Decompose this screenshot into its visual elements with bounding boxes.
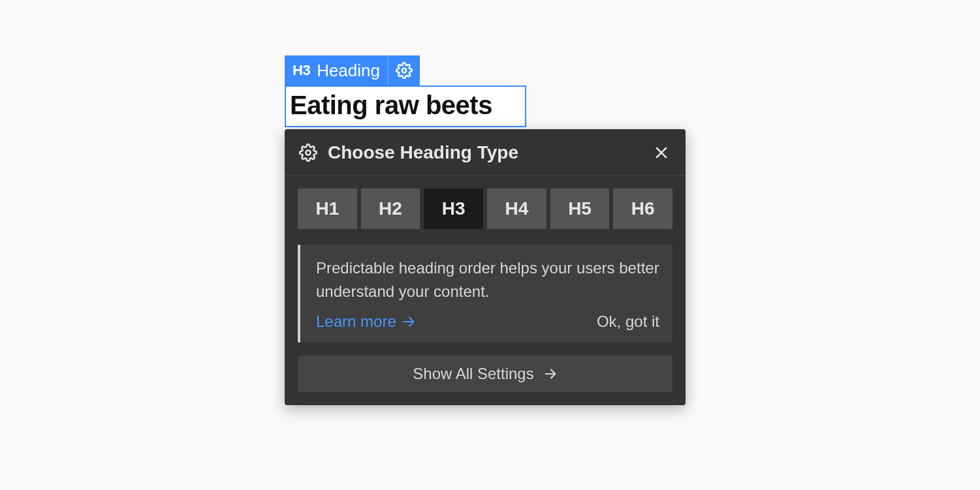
- tip-box: Predictable heading order helps your use…: [298, 245, 672, 343]
- block-tag-main[interactable]: H3 Heading: [285, 55, 388, 85]
- block-tag: H3 Heading: [285, 55, 420, 85]
- heading-type-panel: Choose Heading Type H1H2H3H4H5H6 Predict…: [285, 129, 686, 405]
- show-all-settings-button[interactable]: Show All Settings: [298, 356, 672, 392]
- close-button[interactable]: [652, 143, 671, 162]
- gear-icon: [396, 62, 413, 79]
- heading-level-h3-button[interactable]: H3: [424, 189, 483, 229]
- block-settings-button[interactable]: [388, 55, 420, 85]
- heading-content: Eating raw beets: [290, 91, 518, 119]
- heading-level-icon: H3: [292, 62, 310, 79]
- heading-level-h1-button[interactable]: H1: [298, 189, 357, 229]
- close-icon: [654, 145, 669, 161]
- heading-content-box[interactable]: Eating raw beets: [285, 85, 526, 127]
- gear-icon: [299, 144, 317, 162]
- svg-point-1: [306, 151, 311, 155]
- heading-level-row: H1H2H3H4H5H6: [298, 189, 672, 229]
- dismiss-button[interactable]: Ok, got it: [597, 313, 659, 331]
- arrow-right-icon: [543, 367, 558, 381]
- heading-block: H3 Heading Eating raw beets: [285, 55, 526, 127]
- heading-level-h2-button[interactable]: H2: [361, 189, 420, 229]
- heading-level-h4-button[interactable]: H4: [487, 189, 546, 229]
- panel-header: Choose Heading Type: [285, 129, 686, 176]
- learn-more-label: Learn more: [316, 313, 396, 331]
- block-tag-label: Heading: [317, 61, 380, 81]
- panel-title: Choose Heading Type: [328, 142, 641, 163]
- arrow-right-icon: [402, 314, 416, 329]
- heading-level-h6-button[interactable]: H6: [613, 189, 672, 229]
- heading-level-h5-button[interactable]: H5: [550, 189, 610, 229]
- show-all-label: Show All Settings: [413, 365, 533, 383]
- learn-more-link[interactable]: Learn more: [316, 313, 416, 331]
- tip-text: Predictable heading order helps your use…: [316, 256, 659, 303]
- svg-point-0: [402, 69, 407, 73]
- tip-actions: Learn more Ok, got it: [316, 313, 659, 331]
- panel-body: H1H2H3H4H5H6 Predictable heading order h…: [285, 176, 686, 356]
